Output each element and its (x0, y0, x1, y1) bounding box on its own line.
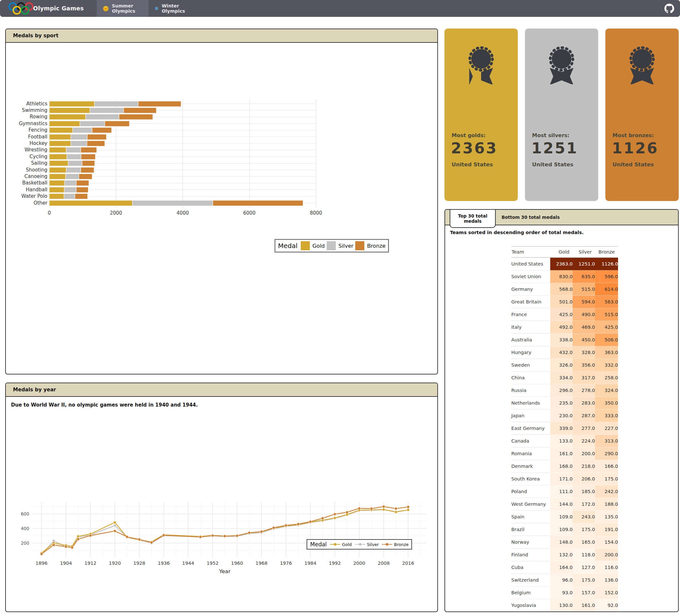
medal-count-cell: 127.0 (573, 561, 595, 574)
legend-label-bronze: Bronze (394, 542, 408, 547)
team-cell: Soviet Union (511, 270, 550, 283)
team-cell: Finland (511, 549, 550, 561)
medal-count-cell: 334.0 (550, 372, 573, 384)
bar-segment-silver (71, 141, 87, 146)
medal-count-cell: 326.0 (550, 359, 573, 372)
most-golds-label: Most golds: (452, 132, 486, 139)
team-cell: Japan (511, 409, 550, 422)
medal-count-cell: 200.0 (595, 549, 618, 561)
table-row: Sweden326.0356.0332.0 (511, 359, 618, 372)
bar-segment-gold (49, 101, 94, 107)
medal-count-cell: 425.0 (550, 308, 573, 321)
table-row-partial (511, 612, 618, 612)
medal-count-cell: 227.0 (595, 422, 618, 435)
bar-segment-silver (132, 200, 213, 206)
bar-segment-gold (49, 180, 64, 186)
svg-text:1952: 1952 (207, 561, 219, 566)
table-row: France425.0490.0515.0 (511, 308, 618, 321)
bar-chart-category-label: Cycling (6, 153, 47, 160)
team-cell: Brazil (511, 523, 550, 536)
github-icon[interactable] (664, 4, 674, 13)
bar-segment-bronze (81, 147, 97, 153)
bar-row (49, 134, 316, 140)
svg-text:Year: Year (219, 568, 231, 575)
table-row: Great Britain501.0594.0563.0 (511, 296, 618, 308)
medal-count-cell: 133.0 (550, 435, 573, 447)
tab-bottom30[interactable]: Bottom 30 total medals (502, 210, 560, 225)
line-chart-legend: Medal GoldSilverBronze (307, 539, 412, 550)
team-cell: West Germany (511, 498, 550, 510)
medal-count-cell: 175.0 (595, 473, 618, 485)
tab-summer-label: Summer Olympics (112, 3, 143, 13)
bar-segment-silver (73, 127, 92, 133)
bar-segment-gold (49, 134, 71, 140)
medals-by-sport-chart: 02000400060008000AthleticsSwimmingRowing… (6, 29, 437, 374)
bar-segment-gold (49, 127, 73, 133)
medal-count-cell: 185.0 (573, 485, 595, 498)
team-cell: Denmark (511, 460, 550, 473)
bar-chart-x-tick-label: 4000 (168, 210, 197, 216)
team-cell: Germany (511, 283, 550, 296)
medal-count-cell: 168.0 (550, 460, 573, 473)
most-golds-team: United States (452, 162, 493, 168)
table-row: Switzerland96.0175.0136.0 (511, 574, 618, 586)
medal-count-cell: 243.0 (573, 510, 595, 523)
bar-chart-x-tick-label: 8000 (302, 210, 331, 216)
medal-count-cell: 111.0 (550, 485, 573, 498)
line-legend-title: Medal (310, 541, 327, 548)
svg-text:2016: 2016 (402, 561, 414, 566)
svg-text:1928: 1928 (133, 561, 145, 566)
medal-count-cell: 425.0 (595, 321, 618, 333)
medal-count-cell-partial (550, 612, 573, 612)
table-row: Japan230.0287.0333.0 (511, 409, 618, 422)
bar-row (49, 147, 316, 153)
medal-count-cell: 144.0 (550, 498, 573, 510)
total-medals-panel: Top 30 total medals Bottom 30 total meda… (445, 209, 679, 612)
bar-segment-silver (90, 108, 123, 113)
svg-text:2000: 2000 (353, 561, 365, 566)
medal-count-cell: 356.0 (573, 359, 595, 372)
olympic-rings-logo (8, 2, 35, 15)
table-row: Cuba164.0127.0116.0 (511, 561, 618, 574)
bar-row (49, 127, 316, 133)
line-legend-entry: Bronze (382, 542, 408, 547)
medal-count-cell: 235.0 (550, 397, 573, 409)
medal-count-cell: 614.0 (595, 283, 618, 296)
bar-segment-silver (68, 160, 82, 166)
team-cell: Romania (511, 447, 550, 460)
medal-count-cell: 363.0 (595, 346, 618, 359)
bar-segment-bronze (82, 160, 95, 166)
bar-segment-bronze (138, 101, 181, 107)
table-row: West Germany144.0172.0188.0 (511, 498, 618, 510)
medal-count-cell: 596.0 (595, 270, 618, 283)
table-row: Spain109.0243.0135.0 (511, 510, 618, 523)
medal-rosette-icon (544, 46, 579, 84)
table-row: Poland111.0185.0242.0 (511, 485, 618, 498)
team-cell: Belgium (511, 586, 550, 599)
tab-top30[interactable]: Top 30 total medals (450, 210, 496, 228)
medal-count-cell: 317.0 (573, 372, 595, 384)
medal-count-cell: 563.0 (595, 296, 618, 308)
table-row: Germany568.0515.0614.0 (511, 283, 618, 296)
medal-count-cell: 324.0 (595, 384, 618, 397)
bar-chart-category-label: Basketball (6, 180, 47, 186)
team-cell: Italy (511, 321, 550, 333)
medal-count-cell: 296.0 (550, 384, 573, 397)
medal-count-cell: 175.0 (573, 574, 595, 586)
bar-chart-x-tick-label: 6000 (235, 210, 264, 216)
bar-segment-bronze (92, 127, 112, 133)
medal-count-cell: 154.0 (595, 536, 618, 549)
tab-summer-olympics[interactable]: 🌞 Summer Olympics (97, 0, 149, 17)
bar-segment-silver (94, 101, 139, 107)
most-bronzes-label: Most bronzes: (613, 132, 654, 139)
most-bronzes-card: Most bronzes: 1126 United States (605, 29, 679, 201)
medal-count-cell: 188.0 (595, 498, 618, 510)
bar-segment-gold (49, 141, 71, 146)
bar-segment-gold (49, 187, 64, 193)
medal-count-cell: 283.0 (573, 397, 595, 409)
medal-count-cell: 200.0 (573, 447, 595, 460)
medal-count-cell: 109.0 (550, 510, 573, 523)
tab-winter-olympics[interactable]: ❄ Winter Olympics (149, 0, 201, 17)
medal-count-cell: 93.0 (550, 586, 573, 599)
bar-segment-bronze (87, 134, 106, 140)
